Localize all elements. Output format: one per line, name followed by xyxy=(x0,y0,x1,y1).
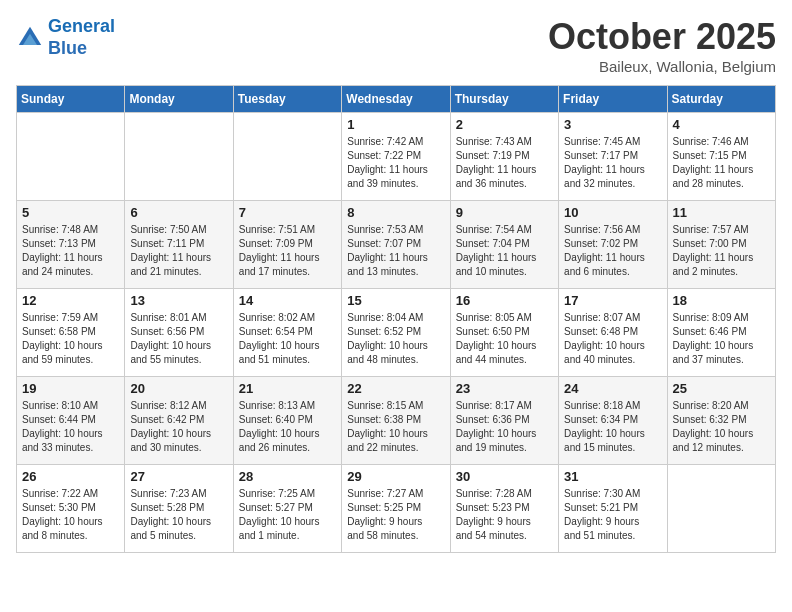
calendar-cell: 16Sunrise: 8:05 AM Sunset: 6:50 PM Dayli… xyxy=(450,289,558,377)
calendar-cell: 8Sunrise: 7:53 AM Sunset: 7:07 PM Daylig… xyxy=(342,201,450,289)
calendar-cell: 13Sunrise: 8:01 AM Sunset: 6:56 PM Dayli… xyxy=(125,289,233,377)
day-info: Sunrise: 7:56 AM Sunset: 7:02 PM Dayligh… xyxy=(564,223,661,279)
calendar: SundayMondayTuesdayWednesdayThursdayFrid… xyxy=(16,85,776,553)
day-number: 3 xyxy=(564,117,661,132)
day-info: Sunrise: 7:51 AM Sunset: 7:09 PM Dayligh… xyxy=(239,223,336,279)
logo-text: General Blue xyxy=(48,16,115,59)
calendar-cell: 1Sunrise: 7:42 AM Sunset: 7:22 PM Daylig… xyxy=(342,113,450,201)
calendar-cell: 11Sunrise: 7:57 AM Sunset: 7:00 PM Dayli… xyxy=(667,201,775,289)
day-number: 7 xyxy=(239,205,336,220)
location: Baileux, Wallonia, Belgium xyxy=(548,58,776,75)
day-number: 29 xyxy=(347,469,444,484)
day-info: Sunrise: 8:13 AM Sunset: 6:40 PM Dayligh… xyxy=(239,399,336,455)
day-number: 25 xyxy=(673,381,770,396)
day-number: 22 xyxy=(347,381,444,396)
day-number: 4 xyxy=(673,117,770,132)
day-info: Sunrise: 8:04 AM Sunset: 6:52 PM Dayligh… xyxy=(347,311,444,367)
day-number: 6 xyxy=(130,205,227,220)
day-number: 10 xyxy=(564,205,661,220)
calendar-week-row: 19Sunrise: 8:10 AM Sunset: 6:44 PM Dayli… xyxy=(17,377,776,465)
calendar-cell: 27Sunrise: 7:23 AM Sunset: 5:28 PM Dayli… xyxy=(125,465,233,553)
day-info: Sunrise: 7:48 AM Sunset: 7:13 PM Dayligh… xyxy=(22,223,119,279)
calendar-cell xyxy=(233,113,341,201)
day-number: 26 xyxy=(22,469,119,484)
day-number: 17 xyxy=(564,293,661,308)
day-number: 14 xyxy=(239,293,336,308)
weekday-header: Saturday xyxy=(667,86,775,113)
day-number: 30 xyxy=(456,469,553,484)
calendar-cell: 21Sunrise: 8:13 AM Sunset: 6:40 PM Dayli… xyxy=(233,377,341,465)
day-number: 24 xyxy=(564,381,661,396)
calendar-cell: 30Sunrise: 7:28 AM Sunset: 5:23 PM Dayli… xyxy=(450,465,558,553)
day-info: Sunrise: 8:02 AM Sunset: 6:54 PM Dayligh… xyxy=(239,311,336,367)
day-info: Sunrise: 7:28 AM Sunset: 5:23 PM Dayligh… xyxy=(456,487,553,543)
day-number: 20 xyxy=(130,381,227,396)
calendar-cell: 31Sunrise: 7:30 AM Sunset: 5:21 PM Dayli… xyxy=(559,465,667,553)
day-number: 5 xyxy=(22,205,119,220)
day-number: 16 xyxy=(456,293,553,308)
calendar-cell xyxy=(17,113,125,201)
calendar-cell: 25Sunrise: 8:20 AM Sunset: 6:32 PM Dayli… xyxy=(667,377,775,465)
logo: General Blue xyxy=(16,16,115,59)
day-info: Sunrise: 7:42 AM Sunset: 7:22 PM Dayligh… xyxy=(347,135,444,191)
calendar-cell: 4Sunrise: 7:46 AM Sunset: 7:15 PM Daylig… xyxy=(667,113,775,201)
day-info: Sunrise: 8:05 AM Sunset: 6:50 PM Dayligh… xyxy=(456,311,553,367)
day-number: 9 xyxy=(456,205,553,220)
day-info: Sunrise: 8:09 AM Sunset: 6:46 PM Dayligh… xyxy=(673,311,770,367)
weekday-header: Tuesday xyxy=(233,86,341,113)
day-number: 11 xyxy=(673,205,770,220)
day-info: Sunrise: 7:27 AM Sunset: 5:25 PM Dayligh… xyxy=(347,487,444,543)
day-info: Sunrise: 8:12 AM Sunset: 6:42 PM Dayligh… xyxy=(130,399,227,455)
calendar-cell: 22Sunrise: 8:15 AM Sunset: 6:38 PM Dayli… xyxy=(342,377,450,465)
day-number: 18 xyxy=(673,293,770,308)
calendar-cell: 6Sunrise: 7:50 AM Sunset: 7:11 PM Daylig… xyxy=(125,201,233,289)
day-info: Sunrise: 7:25 AM Sunset: 5:27 PM Dayligh… xyxy=(239,487,336,543)
logo-icon xyxy=(16,24,44,52)
weekday-header: Monday xyxy=(125,86,233,113)
day-number: 2 xyxy=(456,117,553,132)
calendar-cell: 17Sunrise: 8:07 AM Sunset: 6:48 PM Dayli… xyxy=(559,289,667,377)
calendar-cell: 5Sunrise: 7:48 AM Sunset: 7:13 PM Daylig… xyxy=(17,201,125,289)
calendar-cell: 20Sunrise: 8:12 AM Sunset: 6:42 PM Dayli… xyxy=(125,377,233,465)
page-header: General Blue October 2025 Baileux, Wallo… xyxy=(16,16,776,75)
day-number: 15 xyxy=(347,293,444,308)
day-number: 31 xyxy=(564,469,661,484)
weekday-header: Sunday xyxy=(17,86,125,113)
calendar-cell xyxy=(667,465,775,553)
calendar-cell: 15Sunrise: 8:04 AM Sunset: 6:52 PM Dayli… xyxy=(342,289,450,377)
day-info: Sunrise: 7:22 AM Sunset: 5:30 PM Dayligh… xyxy=(22,487,119,543)
day-info: Sunrise: 7:53 AM Sunset: 7:07 PM Dayligh… xyxy=(347,223,444,279)
calendar-week-row: 12Sunrise: 7:59 AM Sunset: 6:58 PM Dayli… xyxy=(17,289,776,377)
calendar-cell: 26Sunrise: 7:22 AM Sunset: 5:30 PM Dayli… xyxy=(17,465,125,553)
day-number: 8 xyxy=(347,205,444,220)
calendar-cell: 18Sunrise: 8:09 AM Sunset: 6:46 PM Dayli… xyxy=(667,289,775,377)
day-info: Sunrise: 7:59 AM Sunset: 6:58 PM Dayligh… xyxy=(22,311,119,367)
calendar-cell: 23Sunrise: 8:17 AM Sunset: 6:36 PM Dayli… xyxy=(450,377,558,465)
day-info: Sunrise: 7:54 AM Sunset: 7:04 PM Dayligh… xyxy=(456,223,553,279)
calendar-cell: 7Sunrise: 7:51 AM Sunset: 7:09 PM Daylig… xyxy=(233,201,341,289)
calendar-cell: 3Sunrise: 7:45 AM Sunset: 7:17 PM Daylig… xyxy=(559,113,667,201)
day-number: 21 xyxy=(239,381,336,396)
calendar-cell: 29Sunrise: 7:27 AM Sunset: 5:25 PM Dayli… xyxy=(342,465,450,553)
day-info: Sunrise: 8:20 AM Sunset: 6:32 PM Dayligh… xyxy=(673,399,770,455)
day-number: 23 xyxy=(456,381,553,396)
day-info: Sunrise: 7:50 AM Sunset: 7:11 PM Dayligh… xyxy=(130,223,227,279)
calendar-cell xyxy=(125,113,233,201)
calendar-week-row: 26Sunrise: 7:22 AM Sunset: 5:30 PM Dayli… xyxy=(17,465,776,553)
day-number: 27 xyxy=(130,469,227,484)
day-info: Sunrise: 7:45 AM Sunset: 7:17 PM Dayligh… xyxy=(564,135,661,191)
day-info: Sunrise: 8:01 AM Sunset: 6:56 PM Dayligh… xyxy=(130,311,227,367)
weekday-header-row: SundayMondayTuesdayWednesdayThursdayFrid… xyxy=(17,86,776,113)
day-info: Sunrise: 7:46 AM Sunset: 7:15 PM Dayligh… xyxy=(673,135,770,191)
day-info: Sunrise: 7:23 AM Sunset: 5:28 PM Dayligh… xyxy=(130,487,227,543)
calendar-week-row: 1Sunrise: 7:42 AM Sunset: 7:22 PM Daylig… xyxy=(17,113,776,201)
day-info: Sunrise: 8:17 AM Sunset: 6:36 PM Dayligh… xyxy=(456,399,553,455)
calendar-cell: 9Sunrise: 7:54 AM Sunset: 7:04 PM Daylig… xyxy=(450,201,558,289)
calendar-week-row: 5Sunrise: 7:48 AM Sunset: 7:13 PM Daylig… xyxy=(17,201,776,289)
day-info: Sunrise: 7:43 AM Sunset: 7:19 PM Dayligh… xyxy=(456,135,553,191)
weekday-header: Friday xyxy=(559,86,667,113)
day-info: Sunrise: 8:15 AM Sunset: 6:38 PM Dayligh… xyxy=(347,399,444,455)
day-info: Sunrise: 7:30 AM Sunset: 5:21 PM Dayligh… xyxy=(564,487,661,543)
day-number: 28 xyxy=(239,469,336,484)
calendar-cell: 24Sunrise: 8:18 AM Sunset: 6:34 PM Dayli… xyxy=(559,377,667,465)
